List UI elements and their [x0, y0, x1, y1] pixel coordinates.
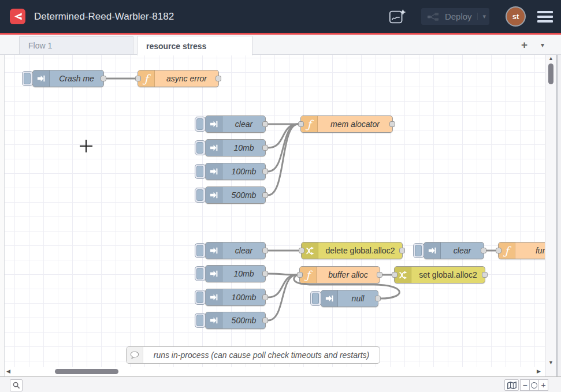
node-function[interactable]: ƒfunction: [498, 242, 545, 259]
zoom-out-button[interactable]: −: [520, 379, 530, 391]
node-clear-c[interactable]: clear: [423, 242, 484, 259]
deploy-caret-icon[interactable]: ▾: [477, 13, 486, 20]
inject-icon-section: [206, 266, 222, 282]
node-label: function: [515, 242, 545, 259]
flow-tab-bar: Flow 1 resource stress + ▾: [0, 35, 561, 55]
inject-trigger-button[interactable]: [195, 117, 206, 132]
navigator-button[interactable]: [504, 379, 519, 391]
node-clear-a[interactable]: clear: [205, 115, 266, 133]
output-port[interactable]: [375, 296, 381, 301]
comment-bubble-icon: [130, 351, 139, 359]
input-port[interactable]: [299, 248, 304, 253]
wire-100mb-b-to-buffer-alloc[interactable]: [268, 275, 297, 297]
flow-list-caret-icon[interactable]: ▾: [541, 41, 544, 49]
zoom-in-button[interactable]: +: [538, 379, 548, 391]
output-port[interactable]: [262, 248, 268, 253]
inject-trigger-button[interactable]: [195, 243, 206, 258]
horizontal-scroll-thumb[interactable]: [55, 369, 118, 374]
vertical-scrollbar[interactable]: ▲ ▼: [545, 55, 556, 376]
output-port[interactable]: [216, 76, 221, 81]
user-avatar[interactable]: st: [507, 8, 525, 25]
inject-trigger-button[interactable]: [195, 266, 206, 281]
app-logo[interactable]: [10, 9, 25, 24]
main-menu-icon[interactable]: [537, 11, 553, 23]
logo-glyph: [12, 11, 23, 22]
input-port[interactable]: [496, 248, 501, 253]
output-port[interactable]: [262, 169, 268, 174]
output-port[interactable]: [377, 272, 382, 278]
search-button[interactable]: [10, 379, 23, 391]
instance-title: Determined-Reed-Warbler-8182: [34, 11, 174, 23]
inject-trigger-button[interactable]: [413, 243, 424, 258]
input-port[interactable]: [392, 272, 397, 278]
function-icon: ƒ: [504, 245, 508, 256]
node-100mb-b[interactable]: 100mb: [205, 289, 266, 306]
node-label: buffer alloc: [317, 267, 380, 283]
function-icon: ƒ: [306, 270, 310, 281]
node-10mb-b[interactable]: 10mb: [205, 265, 266, 282]
output-port[interactable]: [262, 294, 268, 300]
horizontal-scrollbar[interactable]: ◀ ▶: [4, 367, 545, 376]
node-null[interactable]: null: [321, 290, 378, 307]
node-500mb-b[interactable]: 500mb: [205, 312, 266, 329]
node-comment[interactable]: runs in-process (can cause poll check ti…: [126, 346, 380, 364]
change-icon: [306, 247, 314, 255]
inject-trigger-button[interactable]: [310, 291, 321, 306]
node-buffer-alloc[interactable]: ƒbuffer alloc: [299, 266, 380, 283]
output-port[interactable]: [389, 121, 395, 127]
node-label: null: [338, 290, 378, 307]
inject-trigger-button[interactable]: [195, 164, 206, 179]
node-clear-b[interactable]: clear: [205, 242, 266, 259]
input-port[interactable]: [135, 76, 141, 81]
graph-layer: Crash meƒasync errorclear10mb100mb500mbƒ…: [4, 55, 545, 376]
input-port[interactable]: [297, 272, 303, 278]
wire-10mb-a-to-mem-alocator[interactable]: [268, 124, 298, 148]
node-label: 100mb: [222, 289, 265, 305]
node-label: 500mb: [222, 312, 265, 328]
node-label: clear: [222, 242, 265, 259]
inject-trigger-button[interactable]: [195, 313, 206, 328]
output-port[interactable]: [262, 318, 268, 323]
output-port[interactable]: [101, 76, 106, 81]
deploy-button[interactable]: Deploy ▾: [421, 8, 489, 25]
add-flow-button[interactable]: +: [521, 39, 527, 51]
node-delete-global-alloc2[interactable]: delete global.alloc2: [301, 242, 403, 259]
function-icon: ƒ: [307, 119, 311, 130]
inject-arrow-icon: [325, 294, 333, 303]
zoom-reset-button[interactable]: [529, 379, 539, 391]
tab-resource-stress[interactable]: resource stress: [137, 36, 252, 55]
scroll-up-icon[interactable]: ▲: [548, 55, 553, 61]
input-port[interactable]: [298, 121, 304, 127]
node-crash-me[interactable]: Crash me: [32, 70, 104, 87]
scroll-left-icon[interactable]: ◀: [6, 368, 10, 374]
assistant-icon[interactable]: [388, 8, 407, 25]
tab-flow-1[interactable]: Flow 1: [19, 36, 133, 54]
node-100mb-a[interactable]: 100mb: [205, 163, 266, 180]
inject-trigger-button[interactable]: [195, 290, 206, 305]
node-10mb-a[interactable]: 10mb: [205, 139, 266, 156]
output-port[interactable]: [262, 192, 268, 198]
node-set-global-alloc2[interactable]: set global.alloc2: [394, 266, 485, 283]
output-port[interactable]: [262, 121, 268, 127]
scroll-right-icon[interactable]: ▶: [537, 368, 541, 374]
output-port[interactable]: [262, 145, 268, 151]
flow-canvas[interactable]: Crash meƒasync errorclear10mb100mb500mbƒ…: [4, 55, 545, 376]
node-label: 100mb: [222, 163, 265, 180]
output-port[interactable]: [399, 248, 405, 253]
node-500mb-a[interactable]: 500mb: [205, 186, 266, 204]
inject-arrow-icon: [210, 270, 218, 278]
inject-trigger-button[interactable]: [195, 140, 206, 155]
output-port[interactable]: [481, 248, 486, 253]
node-mem-alocator[interactable]: ƒmem alocator: [300, 115, 393, 133]
inject-arrow-icon: [210, 144, 218, 152]
inject-trigger-button[interactable]: [22, 71, 33, 86]
node-async-error[interactable]: ƒasync error: [138, 70, 219, 87]
node-label: 10mb: [222, 266, 265, 282]
node-label: delete global.alloc2: [318, 242, 402, 259]
output-port[interactable]: [262, 271, 268, 277]
inject-trigger-button[interactable]: [195, 188, 206, 203]
output-port[interactable]: [482, 272, 488, 278]
vertical-scroll-thumb[interactable]: [548, 64, 553, 84]
header-accent-line: [0, 33, 561, 35]
scroll-down-icon[interactable]: ▼: [548, 360, 553, 365]
